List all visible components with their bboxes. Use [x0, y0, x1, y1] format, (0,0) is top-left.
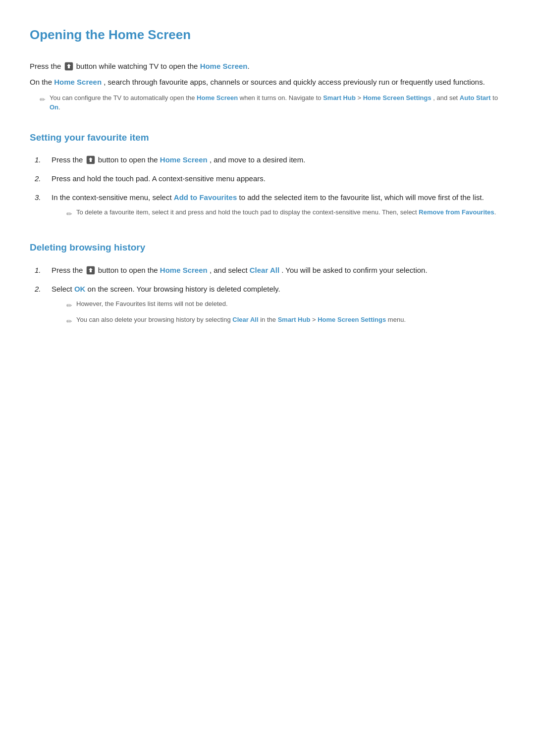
section2-note1-text: However, the Favourites list items will …	[76, 299, 228, 309]
section1-note-text: To delete a favourite item, select it an…	[76, 207, 496, 218]
list-content: Press the button to open the Home Screen…	[52, 154, 505, 166]
list-content: Press the button to open the Home Screen…	[52, 264, 505, 276]
section2-sub-note-1: ✏ However, the Favourites list items wil…	[66, 299, 505, 311]
page-title: Opening the Home Screen	[30, 25, 505, 50]
list-item: 1. Press the button to open the Home Scr…	[35, 264, 505, 276]
pencil-icon: ✏	[40, 94, 46, 105]
svg-rect-3	[90, 160, 92, 162]
section2-title: Deleting browsing history	[30, 240, 505, 255]
section1-title: Setting your favourite item	[30, 130, 505, 145]
intro-note-text: You can configure the TV to automaticall…	[50, 93, 505, 112]
home-button-icon	[86, 155, 95, 164]
pencil-icon: ✏	[66, 316, 72, 327]
section2-sub-note-2: ✏ You can also delete your browsing hist…	[66, 315, 505, 327]
list-number: 2.	[35, 173, 45, 185]
home-button-icon	[86, 266, 95, 275]
list-content: Select OK on the screen. Your browsing h…	[52, 283, 505, 330]
section2-note2-text: You can also delete your browsing histor…	[76, 315, 406, 325]
list-number: 1.	[35, 154, 45, 166]
section1-sub-note: ✏ To delete a favourite item, select it …	[66, 207, 505, 219]
intro-line2: On the Home Screen , search through favo…	[30, 76, 505, 88]
section2-list: 1. Press the button to open the Home Scr…	[35, 264, 505, 330]
intro-line1: Press the button while watching TV to op…	[30, 60, 505, 72]
home-button-icon	[64, 62, 73, 71]
intro-line2-before: On the	[30, 78, 52, 86]
svg-rect-1	[68, 66, 70, 68]
pencil-icon: ✏	[66, 300, 72, 311]
intro-line2-link: Home Screen	[54, 78, 102, 86]
intro-line1-before: Press the	[30, 62, 61, 70]
intro-line1-after: button while watching TV to open the	[76, 62, 198, 70]
list-item: 2. Press and hold the touch pad. A conte…	[35, 173, 505, 185]
intro-note: ✏ You can configure the TV to automatica…	[40, 93, 505, 112]
list-content: Press and hold the touch pad. A context-…	[52, 173, 505, 185]
list-item: 3. In the context-sensitive menu, select…	[35, 192, 505, 222]
intro-home-screen-link: Home Screen	[200, 62, 248, 70]
pencil-icon: ✏	[66, 208, 72, 219]
list-item: 1. Press the button to open the Home Scr…	[35, 154, 505, 166]
intro-line2-after: , search through favourite apps, channel…	[104, 78, 485, 86]
section1-list: 1. Press the button to open the Home Scr…	[35, 154, 505, 222]
list-item: 2. Select OK on the screen. Your browsin…	[35, 283, 505, 330]
list-number: 3.	[35, 192, 45, 203]
list-content: In the context-sensitive menu, select Ad…	[52, 192, 505, 222]
svg-rect-5	[90, 270, 92, 272]
list-number: 2.	[35, 283, 45, 295]
list-number: 1.	[35, 264, 45, 276]
